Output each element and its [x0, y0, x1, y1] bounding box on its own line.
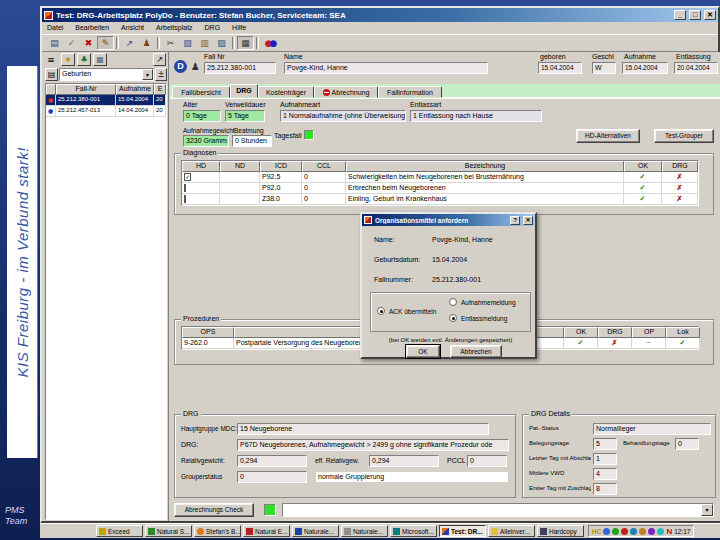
ok-button[interactable]: OK [406, 345, 440, 358]
taskbar-button-test-drg[interactable]: Test: DR... [439, 525, 486, 537]
tab-fallinformation[interactable]: Fallinformation [378, 86, 442, 98]
letzter-tag-field[interactable]: 1 [593, 453, 617, 465]
maximize-button[interactable]: □ [689, 10, 701, 20]
aufnahmegewicht-field[interactable]: 3230 Gramm [183, 135, 229, 147]
taskbar-button-exceed[interactable]: Exceed [96, 525, 143, 537]
entlassmeldung-radio[interactable] [449, 314, 457, 322]
star-icon[interactable]: ★ [61, 53, 75, 66]
aufnahmemeldung-radio[interactable] [449, 298, 457, 306]
tab-kostentraeger[interactable]: Kostenträger [258, 86, 314, 98]
drg-field[interactable]: P67D Neugeborenes, Aufnahmegewicht > 249… [237, 439, 509, 451]
table-row[interactable]: ● 25.212.457-013 14.04.2004 20 [46, 106, 166, 117]
tree-icon[interactable]: ♣ [77, 53, 91, 66]
grouperstatus-field[interactable]: 0 [237, 471, 307, 483]
tab-abrechnung[interactable]: Abrechnung [314, 86, 378, 98]
tray-icon-2[interactable] [612, 528, 619, 535]
erster-tag-field[interactable]: 8 [593, 483, 617, 495]
taskbar-button-naturale-2[interactable]: Naturale... [341, 525, 388, 537]
ack-radio[interactable] [377, 307, 385, 315]
abrechnungs-check-button[interactable]: Abrechnungs Check [174, 503, 254, 517]
taskbar-button-microsoft[interactable]: Microsoft... [390, 525, 437, 537]
taskbar-button-natural-e[interactable]: Natural E... [243, 525, 290, 537]
route-icon[interactable]: ↗ [121, 36, 138, 50]
name-field[interactable]: Povge-Kind, Hanne [284, 62, 488, 74]
hd-checkbox[interactable] [184, 184, 186, 192]
status-column-header[interactable] [46, 84, 56, 95]
fall-nr-field[interactable]: 25.212.380-001 [204, 62, 276, 74]
mittlere-vwd-field[interactable]: 4 [593, 468, 617, 480]
book-icon[interactable]: ▨ [213, 36, 230, 50]
list-header-icon[interactable]: ▤ [45, 68, 58, 81]
menu-arbeitsplatz[interactable]: Arbeitsplatz [151, 22, 198, 33]
list-icon[interactable]: ≡ [44, 53, 58, 67]
collapse-panel-icon[interactable]: ↗ [153, 53, 166, 66]
pccl-field[interactable]: 0 [467, 455, 507, 467]
fallnr-column-header[interactable]: Fall-Nr [56, 84, 116, 95]
relativgewicht-field[interactable]: 0,294 [237, 455, 307, 467]
tagesfall-checkbox[interactable] [304, 130, 314, 140]
hc-tray-icon[interactable]: HC [592, 528, 601, 535]
fall-filter-combo[interactable]: Geburten ▾ [59, 68, 154, 81]
close-button[interactable]: ✕ [704, 10, 716, 20]
entlassart-field[interactable]: 1 Entlassung nach Hause [410, 110, 542, 122]
diagnose-row[interactable]: ✓ P92.5 0 Schwierigkeiten beim Neugebore… [182, 172, 698, 183]
title-bar[interactable]: Test: DRG-Arbeitsplatz PolyDo - Benutzer… [42, 8, 718, 22]
monitor-icon[interactable]: ▦ [93, 53, 107, 66]
diagnose-row[interactable]: Z38.0 0 Einling, Geburt im Krankenhaus ✓… [182, 194, 698, 205]
tray-icon-4[interactable] [630, 528, 637, 535]
delete-icon[interactable]: ✖ [80, 36, 97, 50]
person-icon[interactable]: ♟ [138, 36, 155, 50]
tray-icon-5[interactable] [639, 528, 646, 535]
geboren-field[interactable]: 15.04.2004 [538, 62, 582, 74]
grid-icon[interactable]: ▦ [237, 36, 254, 50]
alter-field[interactable]: 0 Tage [183, 110, 221, 122]
taskbar-button-naturale-1[interactable]: Naturale... [292, 525, 339, 537]
geschl-field[interactable]: W [592, 62, 616, 74]
abrechnung-result-combo[interactable]: ▾ [282, 503, 714, 517]
diagnose-row[interactable]: P92.0 0 Erbrechen beim Neugeborenen ✓ ✗ [182, 183, 698, 194]
entlassung-column-header[interactable]: E [154, 84, 166, 95]
edit-icon[interactable]: ✎ [97, 36, 114, 50]
tab-falluebersicht[interactable]: Fallübersicht [172, 86, 230, 98]
taskbar-button-natural-s[interactable]: Natural S... [145, 525, 192, 537]
eff-relativgew-field[interactable]: 0,294 [369, 455, 439, 467]
aufnahmeart-field[interactable]: 1 Normalaufnahme (ohne Überweisung) [280, 110, 406, 122]
save-icon[interactable]: ▤ [46, 36, 63, 50]
aufnahme-field[interactable]: 15.04.2004 [622, 62, 668, 74]
menu-ansicht[interactable]: Ansicht [116, 22, 149, 33]
cut-icon[interactable]: ✂ [162, 36, 179, 50]
menu-hilfe[interactable]: Hilfe [227, 22, 251, 33]
hd-alternativen-button[interactable]: HD-Alternativen [576, 129, 640, 143]
taskbar-button-stefan[interactable]: Stefan's B... [194, 525, 241, 537]
paste-icon[interactable]: ▥ [196, 36, 213, 50]
tab-drg[interactable]: DRG [230, 84, 258, 98]
taskbar-button-alleinver[interactable]: Alleinver... [488, 525, 535, 537]
tray-icon-6[interactable] [648, 528, 655, 535]
taskbar-button-hardcopy[interactable]: Hardcopy [537, 525, 584, 537]
table-row[interactable]: ● 25.212.380-001 15.04.2004 20 [46, 95, 166, 106]
test-grouper-button[interactable]: Test-Grouper [654, 129, 714, 143]
pat-status-field[interactable]: Normallieger [593, 423, 711, 435]
verweildauer-field[interactable]: 5 Tage [225, 110, 265, 122]
menu-datei[interactable]: Datei [42, 22, 68, 33]
copy-icon[interactable]: ▧ [179, 36, 196, 50]
minimize-button[interactable]: _ [674, 10, 686, 20]
tray-icon-1[interactable] [603, 528, 610, 535]
menu-drg[interactable]: DRG [200, 22, 226, 33]
hd-checkbox[interactable]: ✓ [184, 173, 191, 181]
dialog-title-bar[interactable]: Organisationsmittel anfordern ? ✕ [362, 214, 535, 226]
behandlungstage-field[interactable]: 0 [675, 438, 699, 450]
dialog-close-button[interactable]: ✕ [523, 216, 533, 225]
rings-icon[interactable]: ●● [261, 36, 281, 50]
aufnahme-column-header[interactable]: Aufnahme [116, 84, 154, 95]
confirm-icon[interactable]: ✓ [63, 36, 80, 50]
chevron-down-icon[interactable]: ▾ [142, 69, 153, 80]
entlassung-field[interactable]: 20.04.2004 [674, 62, 718, 74]
mdc-field[interactable]: 15 Neugeborene [237, 423, 489, 435]
tray-icon-7[interactable] [657, 528, 664, 535]
tray-icon-3[interactable] [621, 528, 628, 535]
chevron-down-icon[interactable]: ▾ [701, 504, 713, 516]
hd-checkbox[interactable] [184, 195, 186, 203]
beatmung-field[interactable]: 0 Stunden [232, 135, 272, 147]
plus-minus-icon[interactable]: ± [155, 68, 167, 81]
